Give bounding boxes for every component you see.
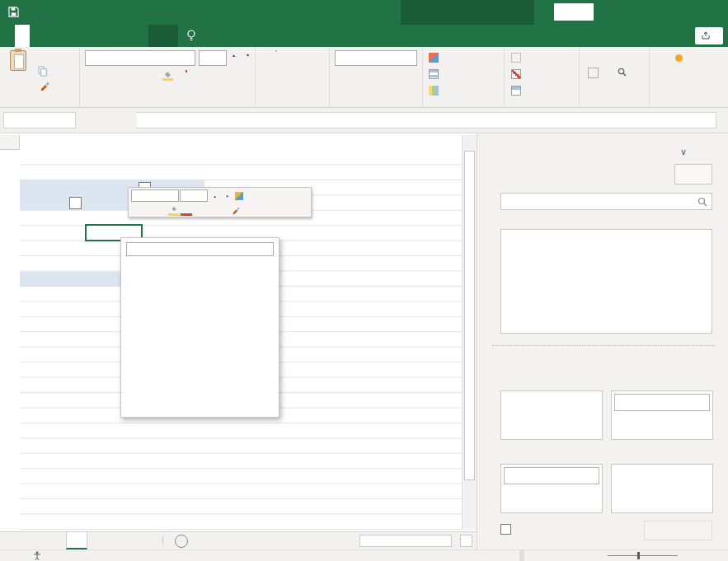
copy-button[interactable] <box>38 66 49 77</box>
format-cells-icon <box>511 86 521 96</box>
minibar-align-icon[interactable] <box>156 203 167 216</box>
number-format-select[interactable] <box>335 50 417 66</box>
minimize-button[interactable] <box>640 0 660 25</box>
scroll-down-icon[interactable] <box>463 516 477 530</box>
scroll-up-icon[interactable] <box>463 135 477 149</box>
select-all-corner[interactable] <box>0 135 20 150</box>
align-middle-icon[interactable] <box>275 50 277 52</box>
tab-insert[interactable] <box>30 25 45 47</box>
font-size-select[interactable] <box>199 50 227 66</box>
vertical-scroll-thumb[interactable] <box>464 151 475 480</box>
tab-draw[interactable] <box>45 25 59 47</box>
tab-pivottable-analyze[interactable] <box>148 25 163 47</box>
minibar-decrease-decimal-icon[interactable] <box>218 203 229 216</box>
format-as-table-button[interactable] <box>429 69 444 79</box>
tab-design[interactable] <box>163 25 178 47</box>
filter-area-box[interactable] <box>500 390 603 440</box>
cell-styles-button[interactable] <box>429 86 444 96</box>
values-area-box[interactable] <box>611 464 713 513</box>
new-sheet-button[interactable] <box>175 535 188 548</box>
ribbon-tab-strip <box>0 25 728 47</box>
normal-view-icon[interactable] <box>519 550 524 561</box>
zoom-slider-thumb[interactable] <box>637 552 640 559</box>
group-font: ▴ ▾ <box>80 47 256 108</box>
formula-bar <box>0 108 728 133</box>
grow-font-icon[interactable]: ▴ <box>231 52 235 58</box>
hscroll-right-icon[interactable] <box>460 535 472 547</box>
zoom-slider[interactable] <box>608 555 678 561</box>
cell-styles-icon <box>429 86 439 96</box>
row-labels-filter-button[interactable] <box>69 197 82 209</box>
sheet-tab-bar: | <box>0 531 477 549</box>
pane-search-input[interactable] <box>501 194 691 209</box>
lightbulb-icon <box>186 30 196 43</box>
minibar-shrink-font-icon[interactable]: ▾ <box>221 189 232 202</box>
close-button[interactable] <box>702 0 724 25</box>
menu-search-input[interactable] <box>126 242 274 256</box>
tab-data[interactable] <box>89 25 104 47</box>
format-cells-button[interactable] <box>511 86 526 96</box>
fill-icon[interactable] <box>588 68 599 78</box>
group-addins <box>650 47 707 108</box>
context-menu <box>120 237 279 418</box>
group-styles <box>423 47 505 108</box>
tell-me-box[interactable] <box>178 25 209 47</box>
maximize-button[interactable] <box>671 0 691 25</box>
insert-cells-button[interactable] <box>511 53 526 63</box>
minibar-percent-icon[interactable] <box>246 189 257 202</box>
columns-field-chip[interactable] <box>614 394 710 411</box>
minibar-fill-color-icon[interactable] <box>168 203 180 216</box>
tab-home[interactable] <box>15 25 30 47</box>
minibar-comma-icon[interactable] <box>258 189 270 202</box>
ribbon-display-options-button[interactable] <box>610 0 630 25</box>
tab-help[interactable] <box>134 25 148 47</box>
minibar-grow-font-icon[interactable]: ▴ <box>209 189 220 202</box>
minibar-format-painter-icon[interactable] <box>230 203 242 216</box>
rows-field-chip[interactable] <box>504 467 599 484</box>
minibar-font-color-icon[interactable] <box>181 203 192 216</box>
paste-icon <box>10 50 26 71</box>
tab-review[interactable] <box>104 25 119 47</box>
delete-cells-icon <box>511 69 521 79</box>
tab-page-layout[interactable] <box>59 25 74 47</box>
minibar-size-select[interactable] <box>180 189 208 202</box>
minibar-merge-icon[interactable] <box>270 189 282 202</box>
name-box[interactable] <box>3 112 76 129</box>
formula-input-wrap <box>137 112 716 129</box>
fill-color-icon[interactable] <box>162 71 173 81</box>
font-color-icon[interactable] <box>186 70 187 72</box>
minibar-increase-decimal-icon[interactable] <box>205 203 217 216</box>
update-button[interactable] <box>644 521 712 540</box>
login-button[interactable] <box>554 3 594 21</box>
shrink-font-icon[interactable]: ▾ <box>245 52 249 58</box>
minibar-font-select[interactable] <box>131 189 179 202</box>
conditional-formatting-button[interactable] <box>429 53 444 63</box>
delete-cells-button[interactable] <box>511 69 526 79</box>
minibar-bold-icon[interactable] <box>131 203 143 216</box>
ribbon: ▴ ▾ <box>0 47 728 108</box>
minibar-borders-icon[interactable] <box>193 203 204 216</box>
find-select-icon[interactable] <box>618 68 628 77</box>
format-painter-button[interactable] <box>40 81 49 91</box>
minibar-italic-icon[interactable] <box>143 203 155 216</box>
share-button[interactable] <box>695 27 723 44</box>
font-name-select[interactable] <box>85 50 195 66</box>
formula-input[interactable] <box>137 113 716 128</box>
minibar-format-icon[interactable] <box>233 189 245 202</box>
share-icon <box>702 31 710 41</box>
horizontal-scroll-thumb[interactable] <box>359 535 452 547</box>
tab-formulas[interactable] <box>74 25 89 47</box>
group-editing <box>580 47 650 108</box>
addins-button[interactable] <box>660 51 697 96</box>
tab-file[interactable] <box>0 25 15 47</box>
save-icon[interactable] <box>8 7 19 19</box>
sheet-tab-sheet2[interactable] <box>66 532 87 549</box>
pane-chevron-icon[interactable]: ∨ <box>680 147 687 157</box>
defer-layout-checkbox[interactable] <box>500 524 511 535</box>
vertical-scrollbar[interactable] <box>462 135 477 530</box>
sheet-tab-sheet1[interactable] <box>115 532 135 549</box>
paste-button[interactable] <box>4 50 32 96</box>
contextual-tabs <box>148 25 178 47</box>
tab-view[interactable] <box>119 25 134 47</box>
pane-tools-button[interactable] <box>674 164 712 185</box>
